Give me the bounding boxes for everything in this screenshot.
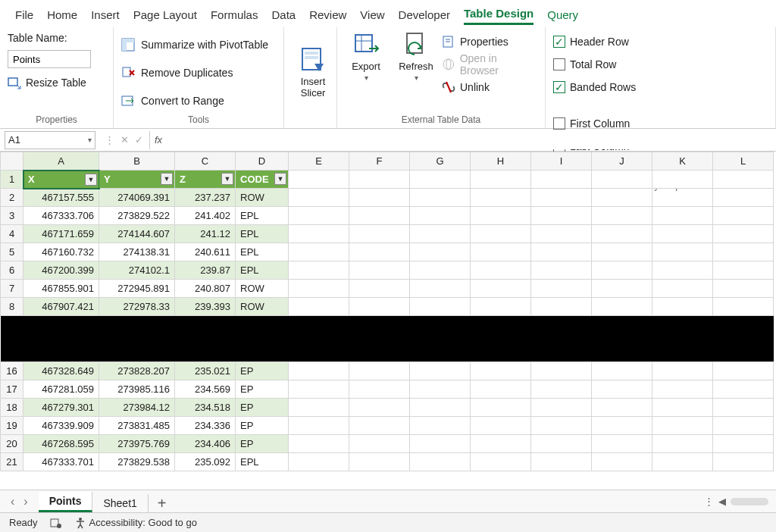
cell[interactable]: 240.807 bbox=[175, 280, 236, 298]
cell[interactable]: EPL bbox=[236, 225, 289, 243]
confirm-icon[interactable]: ✓ bbox=[135, 134, 143, 146]
cell[interactable]: 274102.1 bbox=[99, 261, 175, 280]
header-row-checkbox[interactable]: ✓Header Row bbox=[553, 32, 768, 52]
add-sheet-button[interactable]: + bbox=[149, 495, 176, 512]
row-header-6[interactable]: 6 bbox=[1, 261, 23, 280]
row-header-19[interactable]: 19 bbox=[1, 417, 23, 435]
more-icon[interactable]: ⋮ bbox=[704, 496, 714, 507]
row-header-5[interactable]: 5 bbox=[1, 243, 23, 261]
cell[interactable]: 273831.485 bbox=[99, 417, 175, 435]
row-header-7[interactable]: 7 bbox=[1, 280, 23, 298]
filter-dropdown-icon[interactable]: ▼ bbox=[221, 173, 233, 185]
cell[interactable]: EPL bbox=[236, 261, 289, 280]
cell[interactable]: 234.336 bbox=[175, 417, 236, 435]
spreadsheet-grid[interactable]: ABCDEFGHIJKL1X▼Y▼Z▼CODE▼2467157.55527406… bbox=[0, 152, 776, 471]
macro-record-icon[interactable] bbox=[50, 517, 62, 529]
cancel-icon[interactable]: ✕ bbox=[120, 134, 129, 146]
sheet-prev-icon[interactable]: ‹ bbox=[11, 495, 14, 509]
cell[interactable]: 467328.649 bbox=[23, 362, 99, 380]
row-header-16[interactable]: 16 bbox=[1, 362, 23, 380]
dots-icon[interactable]: ⋮ bbox=[105, 134, 114, 146]
cell[interactable]: 237.237 bbox=[175, 189, 236, 207]
filter-dropdown-icon[interactable]: ▼ bbox=[161, 173, 173, 185]
ribbon-tab-data[interactable]: Data bbox=[271, 8, 296, 24]
accessibility-icon[interactable] bbox=[74, 517, 86, 529]
row-header-20[interactable]: 20 bbox=[1, 435, 23, 453]
banded-rows-checkbox[interactable]: ✓Banded Rows bbox=[553, 77, 768, 97]
scroll-left-icon[interactable]: ◀ bbox=[718, 496, 726, 507]
cell[interactable]: 273985.116 bbox=[99, 380, 175, 399]
cell[interactable]: 467333.706 bbox=[23, 207, 99, 225]
cell[interactable]: 235.092 bbox=[175, 453, 236, 471]
cell[interactable]: 467200.399 bbox=[23, 261, 99, 280]
table-header-code[interactable]: CODE▼ bbox=[236, 171, 289, 189]
cell[interactable]: 467157.555 bbox=[23, 189, 99, 207]
row-header-1[interactable]: 1 bbox=[1, 171, 23, 189]
cell[interactable]: 467268.595 bbox=[23, 435, 99, 453]
column-header-G[interactable]: G bbox=[410, 152, 471, 171]
sheet-tab-sheet1[interactable]: Sheet1 bbox=[92, 494, 148, 512]
row-header-8[interactable]: 8 bbox=[1, 298, 23, 316]
cell[interactable]: 234.518 bbox=[175, 399, 236, 417]
cell[interactable]: EP bbox=[236, 417, 289, 435]
table-properties-button[interactable]: Properties bbox=[442, 32, 537, 52]
cell[interactable]: 241.402 bbox=[175, 207, 236, 225]
cell[interactable]: 240.611 bbox=[175, 243, 236, 261]
cell[interactable]: EPL bbox=[236, 453, 289, 471]
row-header-3[interactable]: 3 bbox=[1, 207, 23, 225]
ribbon-tab-page-layout[interactable]: Page Layout bbox=[133, 8, 197, 24]
cell[interactable]: 273828.207 bbox=[99, 362, 175, 380]
cell[interactable]: EPL bbox=[236, 243, 289, 261]
row-header-4[interactable]: 4 bbox=[1, 225, 23, 243]
cell[interactable]: 234.569 bbox=[175, 380, 236, 399]
cell[interactable]: 234.406 bbox=[175, 435, 236, 453]
cell[interactable]: EPL bbox=[236, 207, 289, 225]
cell[interactable]: EP bbox=[236, 380, 289, 399]
cell[interactable]: 273984.12 bbox=[99, 399, 175, 417]
row-header-21[interactable]: 21 bbox=[1, 453, 23, 471]
cell[interactable]: 241.12 bbox=[175, 225, 236, 243]
name-box[interactable]: A1 ▾ bbox=[5, 131, 95, 149]
cell[interactable]: 239.393 bbox=[175, 298, 236, 316]
cell[interactable]: 467171.659 bbox=[23, 225, 99, 243]
row-header-18[interactable]: 18 bbox=[1, 399, 23, 417]
cell[interactable]: 467333.701 bbox=[23, 453, 99, 471]
ribbon-tab-file[interactable]: File bbox=[15, 8, 33, 24]
cell[interactable]: ROW bbox=[236, 189, 289, 207]
column-header-H[interactable]: H bbox=[471, 152, 531, 171]
cell[interactable]: 467160.732 bbox=[23, 243, 99, 261]
resize-table-button[interactable]: Resize Table bbox=[8, 76, 105, 89]
cell[interactable]: 467855.901 bbox=[23, 280, 99, 298]
horizontal-scrollbar[interactable] bbox=[731, 498, 768, 505]
unlink-button[interactable]: Unlink bbox=[442, 77, 537, 97]
cell[interactable]: 274144.607 bbox=[99, 225, 175, 243]
sheet-next-icon[interactable]: › bbox=[23, 495, 27, 509]
cell[interactable]: 467339.909 bbox=[23, 417, 99, 435]
column-header-B[interactable]: B bbox=[99, 152, 175, 171]
cell[interactable]: 274138.31 bbox=[99, 243, 175, 261]
cell[interactable]: ROW bbox=[236, 298, 289, 316]
column-header-I[interactable]: I bbox=[531, 152, 592, 171]
export-button[interactable]: Export ▾ bbox=[345, 32, 387, 82]
column-header-C[interactable]: C bbox=[175, 152, 236, 171]
cell[interactable]: ROW bbox=[236, 280, 289, 298]
cell[interactable]: 273829.538 bbox=[99, 453, 175, 471]
refresh-button[interactable]: Refresh ▾ bbox=[395, 32, 437, 82]
cell[interactable]: 273829.522 bbox=[99, 207, 175, 225]
column-header-K[interactable]: K bbox=[652, 152, 713, 171]
ribbon-tab-query[interactable]: Query bbox=[547, 8, 578, 24]
fx-icon[interactable]: fx bbox=[150, 134, 167, 146]
remove-duplicates-button[interactable]: Remove Duplicates bbox=[121, 62, 276, 83]
cell[interactable]: 274069.391 bbox=[99, 189, 175, 207]
sheet-tab-points[interactable]: Points bbox=[39, 492, 93, 512]
cell[interactable]: 235.021 bbox=[175, 362, 236, 380]
ribbon-tab-developer[interactable]: Developer bbox=[399, 8, 450, 24]
ribbon-tab-formulas[interactable]: Formulas bbox=[211, 8, 258, 24]
table-header-z[interactable]: Z▼ bbox=[175, 171, 236, 189]
cell[interactable]: 467907.421 bbox=[23, 298, 99, 316]
ribbon-tab-home[interactable]: Home bbox=[47, 8, 77, 24]
cell[interactable]: 467279.301 bbox=[23, 399, 99, 417]
column-header-A[interactable]: A bbox=[23, 152, 99, 171]
summarize-pivottable-button[interactable]: Summarize with PivotTable bbox=[121, 34, 276, 55]
column-header-E[interactable]: E bbox=[289, 152, 349, 171]
